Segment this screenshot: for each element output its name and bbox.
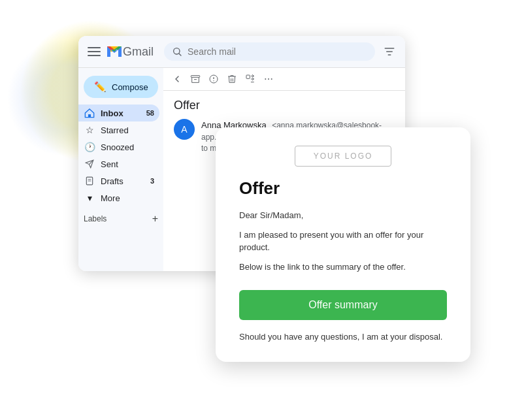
clock-icon: 🕐 xyxy=(84,141,95,153)
offer-body1: I am pleased to present you with an offe… xyxy=(239,229,447,254)
gmail-search-bar[interactable] xyxy=(164,42,375,61)
offer-greeting: Dear Sir/Madam, xyxy=(239,209,303,222)
labels-heading: Labels xyxy=(84,214,107,223)
inbox-badge: 58 xyxy=(146,109,154,117)
sidebar-item-more[interactable]: ▾ More xyxy=(78,189,159,206)
offer-body2: Below is the link to the summary of the … xyxy=(239,261,406,274)
drafts-badge: 3 xyxy=(150,177,154,185)
more-label: More xyxy=(101,193,120,203)
delete-button[interactable] xyxy=(226,73,238,85)
sent-label: Sent xyxy=(101,159,118,169)
svg-point-17 xyxy=(213,80,214,81)
svg-point-20 xyxy=(268,78,269,80)
offer-title: Offer xyxy=(239,178,280,199)
gmail-sidebar: ✏️ Compose Inbox 58 ☆ Starred 🕐 Snoozed xyxy=(78,68,163,271)
svg-rect-9 xyxy=(88,114,91,117)
search-input[interactable] xyxy=(188,46,367,57)
back-button[interactable] xyxy=(171,73,183,85)
hamburger-icon[interactable] xyxy=(88,47,101,56)
filter-icon[interactable] xyxy=(383,45,396,58)
offer-summary-button[interactable]: Offer summary xyxy=(239,290,447,320)
inbox-icon xyxy=(84,107,95,119)
chevron-down-icon: ▾ xyxy=(84,192,95,204)
svg-rect-13 xyxy=(191,76,199,78)
labels-add-button[interactable]: + xyxy=(152,213,158,225)
search-icon xyxy=(172,46,182,57)
svg-line-5 xyxy=(179,54,181,56)
gmail-topbar: Gmail xyxy=(78,36,405,68)
sidebar-item-sent[interactable]: Sent xyxy=(78,155,159,172)
logo-placeholder: YOUR LOGO xyxy=(295,146,392,167)
move-button[interactable] xyxy=(244,73,256,85)
gmail-logo-text: Gmail xyxy=(123,45,154,59)
sender-avatar: A xyxy=(174,119,195,140)
more-actions-button[interactable] xyxy=(263,73,274,85)
svg-point-19 xyxy=(265,78,266,80)
report-spam-button[interactable] xyxy=(208,73,220,85)
compose-icon: ✏️ xyxy=(94,81,107,93)
sidebar-item-inbox[interactable]: Inbox 58 xyxy=(78,105,159,121)
archive-button[interactable] xyxy=(189,73,201,85)
compose-button[interactable]: ✏️ Compose xyxy=(84,76,158,98)
svg-point-21 xyxy=(271,78,272,80)
compose-label: Compose xyxy=(112,82,148,92)
starred-label: Starred xyxy=(101,125,129,135)
gmail-logo: Gmail xyxy=(107,45,154,59)
drafts-label: Drafts xyxy=(101,176,123,186)
offer-footer: Should you have any questions, I am at y… xyxy=(239,331,442,344)
sidebar-item-drafts[interactable]: Drafts 3 xyxy=(78,172,159,189)
draft-icon xyxy=(84,175,95,187)
email-subject: Offer xyxy=(174,99,395,112)
send-icon xyxy=(84,158,95,170)
inbox-label: Inbox xyxy=(101,108,123,118)
sidebar-item-snoozed[interactable]: 🕐 Snoozed xyxy=(78,138,159,155)
snoozed-label: Snoozed xyxy=(101,142,134,152)
sidebar-item-starred[interactable]: ☆ Starred xyxy=(78,121,159,138)
svg-rect-18 xyxy=(246,75,250,78)
gmail-m-icon xyxy=(107,46,122,57)
gmail-toolbar xyxy=(163,68,405,91)
offer-card: YOUR LOGO Offer Dear Sir/Madam, I am ple… xyxy=(216,127,470,362)
sidebar-labels-section: Labels + xyxy=(78,206,163,227)
star-icon: ☆ xyxy=(84,124,95,136)
